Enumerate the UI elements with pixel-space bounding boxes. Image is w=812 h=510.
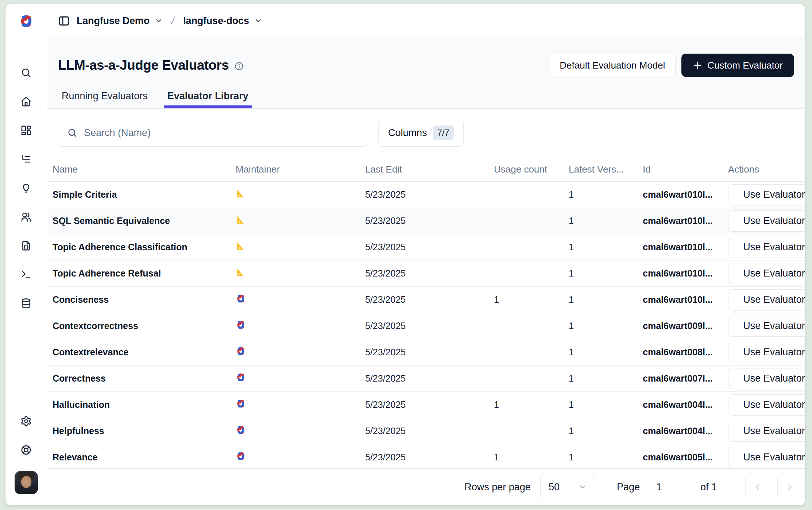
sidebar-item-dashboards[interactable] [12, 116, 40, 145]
columns-button[interactable]: Columns 7/7 [378, 119, 464, 147]
evaluator-name: Contextcorrectness [53, 321, 236, 331]
page-label: Page [617, 482, 640, 493]
column-header-maintainer[interactable]: Maintainer [236, 164, 365, 175]
latest-version: 1 [569, 426, 643, 436]
column-header-id[interactable]: Id [643, 164, 728, 175]
actions-cell: Use Evaluator [728, 342, 805, 363]
table-row[interactable]: Topic Adherence Refusal 5/23/2025 1 cmal… [47, 260, 805, 287]
actions-cell: Use Evaluator [728, 263, 805, 284]
actions-cell: Use Evaluator [728, 421, 805, 442]
ragas-maintainer-icon [236, 268, 245, 277]
table-row[interactable]: SQL Semantic Equivalence 5/23/2025 1 cma… [47, 208, 805, 234]
sidebar-item-tracing[interactable] [12, 145, 40, 174]
table-row[interactable]: Topic Adherence Classification 5/23/2025… [47, 234, 805, 260]
maintainer-cell [236, 452, 365, 463]
search-box [58, 119, 367, 147]
sidebar-item-prompts[interactable] [12, 231, 40, 260]
default-evaluation-model-button[interactable]: Default Evaluation Model [549, 54, 676, 77]
sidebar-item-evaluation[interactable] [12, 174, 40, 202]
lightbulb-icon [20, 182, 32, 194]
ragas-maintainer-icon [236, 189, 245, 198]
langfuse-maintainer-icon [236, 426, 246, 434]
use-evaluator-button[interactable]: Use Evaluator [728, 210, 805, 232]
latest-version: 1 [569, 294, 643, 305]
table-row[interactable]: Contextcorrectness 5/23/2025 1 cmal6wart… [47, 313, 805, 339]
usage-count: 1 [494, 399, 569, 410]
sidebar-item-settings[interactable] [12, 407, 40, 436]
previous-page-button[interactable] [745, 475, 770, 499]
last-edit: 5/23/2025 [365, 347, 494, 358]
langfuse-logo[interactable] [5, 4, 47, 38]
table-row[interactable]: Conciseness 5/23/2025 1 1 cmal6wart010l.… [47, 287, 805, 313]
use-evaluator-button[interactable]: Use Evaluator [728, 447, 805, 468]
org-breadcrumb[interactable]: Langfuse Demo [77, 15, 150, 27]
project-chevron-down-icon[interactable] [254, 17, 262, 25]
use-evaluator-button[interactable]: Use Evaluator [728, 316, 805, 337]
column-header-usage-count[interactable]: Usage count [494, 164, 569, 175]
maintainer-cell [236, 321, 365, 331]
sidebar-item-playground[interactable] [12, 260, 40, 289]
use-evaluator-button[interactable]: Use Evaluator [728, 368, 805, 389]
table-row[interactable]: Correctness 5/23/2025 1 cmal6wart007l...… [47, 366, 805, 392]
evaluator-name: Relevance [53, 452, 236, 463]
table-row[interactable]: Simple Criteria 5/23/2025 1 cmal6wart010… [47, 182, 805, 208]
sidebar-item-home[interactable] [12, 87, 40, 116]
maintainer-cell [236, 242, 365, 253]
evaluator-name: Helpfulness [53, 426, 236, 436]
maintainer-cell [236, 215, 365, 227]
last-edit: 5/23/2025 [365, 426, 494, 436]
use-evaluator-button[interactable]: Use Evaluator [728, 263, 805, 284]
column-header-last-edit[interactable]: Last Edit [365, 164, 494, 175]
last-edit: 5/23/2025 [365, 452, 494, 463]
chevron-right-icon [785, 482, 794, 492]
project-breadcrumb[interactable]: langfuse-docs [183, 15, 249, 27]
rows-per-page-value: 50 [549, 482, 560, 493]
list-tree-icon [20, 154, 32, 165]
table-row[interactable]: Relevance 5/23/2025 1 1 cmal6wart005l...… [47, 444, 805, 468]
maintainer-cell [236, 268, 365, 279]
custom-evaluator-button[interactable]: Custom Evaluator [681, 54, 794, 77]
search-input[interactable] [84, 127, 358, 139]
use-evaluator-button[interactable]: Use Evaluator [728, 394, 805, 416]
use-evaluator-button[interactable]: Use Evaluator [728, 421, 805, 442]
sidebar [5, 4, 47, 505]
use-evaluator-button[interactable]: Use Evaluator [728, 184, 805, 205]
table-row[interactable]: Hallucination 5/23/2025 1 1 cmal6wart004… [47, 392, 805, 418]
evaluator-id: cmal6wart004l... [643, 399, 728, 410]
rows-per-page-select[interactable]: 50 [540, 474, 595, 500]
user-avatar[interactable] [15, 471, 38, 494]
column-header-name[interactable]: Name [53, 164, 236, 175]
latest-version: 1 [569, 373, 643, 384]
info-icon[interactable] [235, 62, 244, 71]
org-chevron-down-icon[interactable] [155, 17, 163, 25]
select-chevron-down-icon [579, 483, 587, 491]
table-row[interactable]: Contextrelevance 5/23/2025 1 cmal6wart00… [47, 339, 805, 366]
column-header-latest-version[interactable]: Latest Vers... [569, 164, 643, 175]
latest-version: 1 [569, 452, 643, 463]
page-number-input[interactable] [648, 474, 692, 500]
evaluator-id: cmal6wart004l... [643, 426, 728, 436]
tab-evaluator-library[interactable]: Evaluator Library [164, 90, 252, 108]
use-evaluator-button[interactable]: Use Evaluator [728, 237, 805, 258]
latest-version: 1 [569, 216, 643, 226]
sidebar-item-datasets[interactable] [12, 289, 40, 318]
sidebar-toggle-icon[interactable] [58, 15, 70, 27]
table-body: Simple Criteria 5/23/2025 1 cmal6wart010… [47, 182, 805, 468]
actions-cell: Use Evaluator [728, 447, 805, 468]
use-evaluator-button[interactable]: Use Evaluator [728, 289, 805, 310]
table-row[interactable]: Helpfulness 5/23/2025 1 cmal6wart004l...… [47, 418, 805, 444]
use-evaluator-button[interactable]: Use Evaluator [728, 342, 805, 363]
page-title: LLM-as-a-Judge Evaluators [58, 58, 229, 73]
tab-running-evaluators[interactable]: Running Evaluators [58, 90, 151, 108]
evaluator-name: Conciseness [53, 294, 236, 305]
home-icon [20, 96, 32, 107]
evaluator-name: SQL Semantic Equivalence [53, 216, 236, 226]
last-edit: 5/23/2025 [365, 242, 494, 252]
actions-cell: Use Evaluator [728, 210, 805, 232]
maintainer-cell [236, 373, 365, 384]
sidebar-item-support[interactable] [12, 436, 40, 464]
column-header-actions[interactable]: Actions [728, 164, 805, 175]
next-page-button[interactable] [777, 475, 802, 499]
sidebar-item-users[interactable] [12, 202, 40, 231]
sidebar-item-search[interactable] [12, 58, 40, 87]
